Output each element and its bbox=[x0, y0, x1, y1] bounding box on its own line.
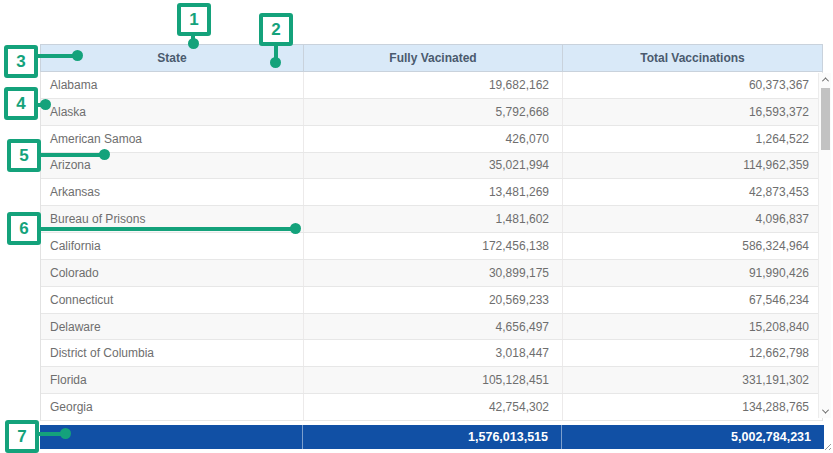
total-vaccinations-cell: 4,096,837 bbox=[562, 206, 822, 232]
table-row[interactable]: Arizona35,021,994114,962,359 bbox=[41, 153, 822, 180]
callout-marker-6: 6 bbox=[7, 212, 41, 245]
callout-3-dot bbox=[72, 50, 83, 61]
scroll-down-button[interactable] bbox=[819, 405, 832, 418]
scrollbar-thumb[interactable] bbox=[821, 88, 830, 150]
table-row[interactable]: Connecticut20,569,23367,546,234 bbox=[41, 287, 822, 314]
fully-vaccinated-cell: 172,456,138 bbox=[303, 233, 562, 259]
state-cell: Colorado bbox=[41, 260, 303, 286]
fully-vaccinated-cell: 1,481,602 bbox=[303, 206, 562, 232]
total-state-cell bbox=[40, 425, 302, 449]
table-row[interactable]: Arkansas13,481,26942,873,453 bbox=[41, 179, 822, 206]
total-vaccinations-cell: 67,546,234 bbox=[562, 287, 822, 313]
fully-vaccinated-cell: 30,899,175 bbox=[303, 260, 562, 286]
total-vaccinations-cell: 16,593,372 bbox=[562, 99, 822, 125]
table-header-row: State Fully Vacinated Total Vaccinations bbox=[40, 44, 823, 72]
callout-6-line bbox=[39, 227, 296, 231]
callout-2-dot bbox=[270, 57, 281, 68]
callout-5-line bbox=[39, 153, 105, 157]
state-cell: Arkansas bbox=[41, 179, 303, 205]
table-row[interactable]: American Samoa426,0701,264,522 bbox=[41, 126, 822, 153]
callout-6-dot bbox=[290, 223, 301, 234]
fully-vaccinated-cell: 35,021,994 bbox=[303, 153, 562, 179]
scroll-up-button[interactable] bbox=[819, 73, 832, 86]
fully-vaccinated-cell: 20,569,233 bbox=[303, 287, 562, 313]
fully-vaccinated-cell: 42,754,302 bbox=[303, 394, 562, 420]
total-vaccinations-cell: 42,873,453 bbox=[562, 179, 822, 205]
fully-vaccinated-cell: 13,481,269 bbox=[303, 179, 562, 205]
vertical-scrollbar[interactable] bbox=[818, 73, 831, 418]
state-cell: Delaware bbox=[41, 314, 303, 340]
state-cell: Alaska bbox=[41, 99, 303, 125]
callout-1-dot bbox=[188, 38, 199, 49]
fully-vaccinated-cell: 19,682,162 bbox=[303, 72, 562, 98]
chevron-down-icon bbox=[822, 407, 829, 414]
fully-vaccinated-cell: 3,018,447 bbox=[303, 340, 562, 366]
table-row[interactable]: Georgia42,754,302134,288,765 bbox=[41, 394, 822, 421]
total-vaccinations-cell: 586,324,964 bbox=[562, 233, 822, 259]
table-row[interactable]: Colorado30,899,17591,990,426 bbox=[41, 260, 822, 287]
total-vaccinations-cell: 12,662,798 bbox=[562, 340, 822, 366]
table-total-row: 1,576,013,515 5,002,784,231 bbox=[40, 425, 824, 449]
total-vaccinations-cell: 1,264,522 bbox=[562, 126, 822, 152]
state-cell: American Samoa bbox=[41, 126, 303, 152]
callout-4-dot bbox=[40, 99, 51, 110]
table-row[interactable]: Delaware4,656,49715,208,840 bbox=[41, 314, 822, 341]
callout-marker-1: 1 bbox=[177, 3, 211, 36]
total-vaccinations-sum-cell: 5,002,784,231 bbox=[561, 425, 824, 449]
column-header-fully-vaccinated[interactable]: Fully Vacinated bbox=[303, 45, 562, 71]
state-cell: California bbox=[41, 233, 303, 259]
table-row[interactable]: Alabama19,682,16260,373,367 bbox=[41, 72, 822, 99]
resize-grip-icon bbox=[823, 442, 832, 451]
callout-5-dot bbox=[99, 149, 110, 160]
state-cell: Alabama bbox=[41, 72, 303, 98]
fully-vaccinated-cell: 105,128,451 bbox=[303, 367, 562, 393]
chevron-up-icon bbox=[822, 77, 829, 84]
vaccination-table: State Fully Vacinated Total Vaccinations… bbox=[40, 44, 823, 421]
callout-7-dot bbox=[60, 428, 71, 439]
callout-marker-5: 5 bbox=[7, 139, 41, 172]
table-row[interactable]: Florida105,128,451331,191,302 bbox=[41, 367, 822, 394]
total-vaccinations-cell: 331,191,302 bbox=[562, 367, 822, 393]
state-cell: District of Columbia bbox=[41, 340, 303, 366]
callout-marker-7: 7 bbox=[5, 420, 39, 453]
fully-vaccinated-cell: 426,070 bbox=[303, 126, 562, 152]
table-row[interactable]: California172,456,138586,324,964 bbox=[41, 233, 822, 260]
callout-marker-4: 4 bbox=[4, 87, 38, 120]
callout-marker-3: 3 bbox=[4, 45, 38, 78]
callout-marker-2: 2 bbox=[259, 13, 293, 46]
state-cell: Florida bbox=[41, 367, 303, 393]
state-cell: Connecticut bbox=[41, 287, 303, 313]
total-vaccinations-cell: 91,990,426 bbox=[562, 260, 822, 286]
total-vaccinations-cell: 60,373,367 bbox=[562, 72, 822, 98]
total-vaccinations-cell: 134,288,765 bbox=[562, 394, 822, 420]
state-cell: Georgia bbox=[41, 394, 303, 420]
table-body: Alabama19,682,16260,373,367Alaska5,792,6… bbox=[40, 72, 823, 421]
total-vaccinations-cell: 114,962,359 bbox=[562, 153, 822, 179]
annotated-table-screenshot: State Fully Vacinated Total Vaccinations… bbox=[0, 0, 833, 453]
column-header-total-vaccinations[interactable]: Total Vaccinations bbox=[562, 45, 822, 71]
total-fully-vaccinated-cell: 1,576,013,515 bbox=[302, 425, 561, 449]
fully-vaccinated-cell: 5,792,668 bbox=[303, 99, 562, 125]
total-vaccinations-cell: 15,208,840 bbox=[562, 314, 822, 340]
table-row[interactable]: Alaska5,792,66816,593,372 bbox=[41, 99, 822, 126]
fully-vaccinated-cell: 4,656,497 bbox=[303, 314, 562, 340]
table-row[interactable]: District of Columbia3,018,44712,662,798 bbox=[41, 340, 822, 367]
